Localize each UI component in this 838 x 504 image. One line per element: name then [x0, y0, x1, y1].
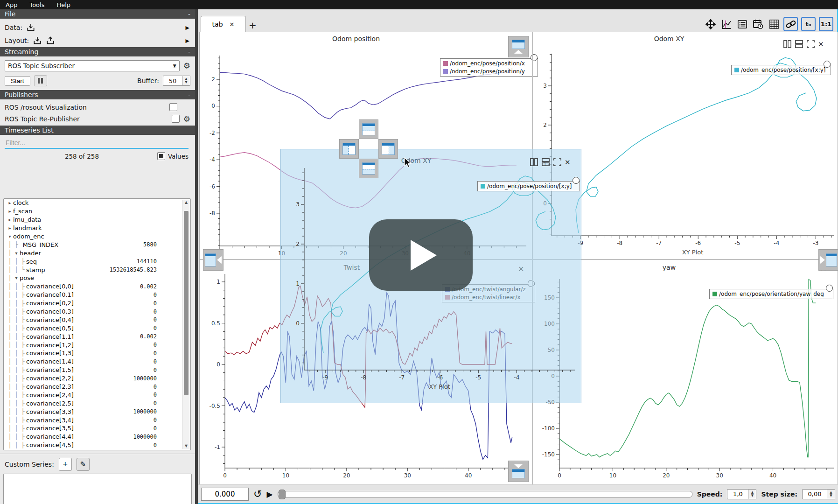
tree-item[interactable]: ││├covariance[2,4]0: [4, 391, 190, 399]
section-header-file[interactable]: File -: [0, 9, 195, 19]
fullscreen-icon[interactable]: [553, 158, 562, 167]
link-icon[interactable]: [783, 17, 798, 31]
expand-icon[interactable]: ▸: [7, 209, 13, 214]
section-header-streaming[interactable]: Streaming -: [0, 47, 195, 56]
tree-item[interactable]: │▾header: [4, 249, 190, 257]
republisher-checkbox[interactable]: [172, 115, 180, 123]
tab-close-icon[interactable]: ✕: [230, 21, 235, 28]
play-icon[interactable]: ▶: [266, 490, 272, 499]
grid-icon[interactable]: [768, 18, 780, 30]
expand-icon[interactable]: ▾: [13, 275, 20, 280]
start-streaming-button[interactable]: Start: [5, 76, 30, 86]
data-menu-arrow[interactable]: ▶: [186, 25, 189, 31]
tree-item[interactable]: ││├covariance[0,1]0: [4, 291, 190, 299]
streaming-source-select[interactable]: ROS Topic Subscriber▼: [5, 60, 180, 71]
dock-edge-top-indicator[interactable]: [508, 36, 529, 57]
trend-tracker-icon[interactable]: [720, 18, 733, 30]
tree-item[interactable]: ││├covariance[2,5]0: [4, 399, 190, 407]
tree-item[interactable]: ││├covariance[2,3]0: [4, 383, 190, 391]
split-vertical-icon[interactable]: [530, 158, 538, 167]
dock-edge-bottom-indicator[interactable]: [508, 461, 529, 482]
buffer-spinbox[interactable]: 50 ▲▼: [163, 76, 190, 86]
menu-app[interactable]: App: [6, 1, 17, 8]
save-layout-icon[interactable]: [46, 36, 55, 45]
edit-custom-series-button[interactable]: ✎: [77, 458, 90, 471]
expand-icon[interactable]: ▾: [13, 251, 20, 256]
fullscreen-icon[interactable]: [806, 40, 815, 49]
tree-item[interactable]: ││├seq144110: [4, 257, 190, 266]
tree-item[interactable]: ││├covariance[1,1]0.002: [4, 332, 190, 341]
tree-item[interactable]: │├_MSG_INDEX_5880: [4, 240, 190, 249]
plot-legend[interactable]: /odom_enc/pose/position/[x;y]: [731, 65, 831, 75]
move-icon[interactable]: [704, 18, 717, 30]
split-vertical-icon[interactable]: [783, 40, 792, 49]
dock-left-indicator[interactable]: [339, 139, 359, 159]
streaming-gear-icon[interactable]: ⚙: [183, 62, 190, 70]
pause-streaming-button[interactable]: [34, 75, 47, 86]
tree-item[interactable]: ││├covariance[4,5]0: [4, 441, 190, 449]
plot-legend[interactable]: /odom_enc/pose/orientation/yaw_deg: [709, 289, 833, 299]
legend-handle[interactable]: [573, 177, 580, 184]
loop-icon[interactable]: ↺: [253, 490, 262, 499]
tree-item[interactable]: ││├covariance[3,3]1000000: [4, 407, 190, 416]
tree-item[interactable]: │▾pose: [4, 274, 190, 282]
timeseries-tree[interactable]: ▸clock▸f_scan▸imu_data▸landmark▾odom_enc…: [3, 198, 191, 450]
expand-icon[interactable]: ▸: [7, 217, 13, 222]
tree-item[interactable]: ││├covariance[1,2]0: [4, 341, 190, 349]
close-icon[interactable]: ✕: [818, 40, 824, 49]
close-icon[interactable]: ✕: [565, 158, 571, 167]
scroll-up-icon[interactable]: ▲: [183, 200, 189, 205]
rosout-publisher-checkbox[interactable]: [169, 103, 177, 111]
dock-bottom-indicator[interactable]: [359, 159, 378, 178]
tab-active[interactable]: tab ✕: [201, 16, 246, 32]
tree-scrollbar[interactable]: ▲ ▼: [182, 200, 189, 449]
tree-item[interactable]: ││├covariance[0,3]0: [4, 308, 190, 316]
split-horizontal-icon[interactable]: [541, 158, 550, 167]
tree-item[interactable]: ││├covariance[0,5]0: [4, 324, 190, 332]
tree-item[interactable]: ││├covariance[3,5]0: [4, 424, 190, 433]
timeseries-filter-input[interactable]: [5, 138, 189, 149]
slider-handle[interactable]: [279, 490, 286, 499]
ratio-1-1-icon[interactable]: 1:1: [819, 17, 833, 31]
plot-legend[interactable]: /odom_enc/pose/position/[x;y]: [477, 181, 580, 191]
legend-handle[interactable]: [824, 61, 831, 68]
tree-item[interactable]: ││├covariance[0,2]0: [4, 299, 190, 308]
tree-item[interactable]: ││├covariance[0,4]0: [4, 315, 190, 324]
load-data-icon[interactable]: [26, 23, 35, 32]
timeline-slider[interactable]: [278, 491, 692, 497]
section-header-publishers[interactable]: Publishers -: [0, 90, 195, 99]
dock-right-indicator[interactable]: [378, 139, 398, 159]
tree-item[interactable]: ▾odom_enc: [4, 232, 190, 241]
tree-item[interactable]: ││├covariance[4,4]1000000: [4, 433, 190, 441]
expand-icon[interactable]: ▸: [7, 200, 13, 205]
date-time-icon[interactable]: [752, 18, 764, 30]
tree-item[interactable]: ││├covariance[1,5]0: [4, 366, 190, 374]
tree-item[interactable]: ▸landmark: [4, 224, 190, 232]
scrollbar-thumb[interactable]: [184, 211, 189, 395]
expand-icon[interactable]: ▸: [7, 225, 13, 231]
tree-item[interactable]: ││├covariance[1,4]0: [4, 357, 190, 366]
republisher-gear-icon[interactable]: ⚙: [183, 115, 190, 123]
scroll-down-icon[interactable]: ▼: [183, 443, 189, 449]
tree-item[interactable]: ││├covariance[3,4]0: [4, 416, 190, 424]
layout-menu-arrow[interactable]: ▶: [186, 38, 189, 44]
tree-item[interactable]: ▸clock: [4, 199, 190, 207]
dock-top-indicator[interactable]: [359, 119, 378, 139]
step-size-spinbox[interactable]: 0,00 ▲▼: [802, 489, 835, 499]
custom-series-list[interactable]: [3, 474, 192, 504]
load-layout-icon[interactable]: [33, 36, 42, 45]
menu-help[interactable]: Help: [56, 1, 70, 8]
plot-legend[interactable]: /odom_enc/pose/position/x/odom_enc/pose/…: [440, 58, 538, 77]
add-custom-series-button[interactable]: +: [59, 458, 72, 471]
dock-edge-left-indicator[interactable]: [203, 249, 223, 271]
tree-item[interactable]: ││├covariance[1,3]0: [4, 349, 190, 357]
menu-tools[interactable]: Tools: [29, 1, 44, 8]
tree-item[interactable]: ││├covariance[0,0]0.002: [4, 282, 190, 291]
tree-item[interactable]: ││└stamp1532618545.823: [4, 266, 190, 274]
values-checkbox[interactable]: [157, 152, 165, 160]
list-icon[interactable]: [736, 18, 748, 30]
dock-edge-right-indicator[interactable]: [818, 249, 838, 271]
new-tab-button[interactable]: +: [249, 20, 257, 31]
tree-item[interactable]: ▸f_scan: [4, 207, 190, 216]
split-horizontal-icon[interactable]: [795, 40, 803, 49]
